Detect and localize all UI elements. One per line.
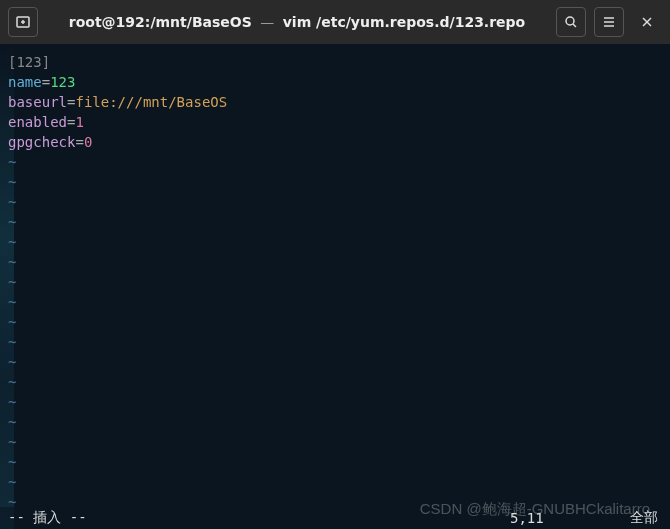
menu-button[interactable] xyxy=(594,7,624,37)
empty-line-marker: ~ xyxy=(8,212,662,232)
empty-line-marker: ~ xyxy=(8,392,662,412)
editor-line: [123] xyxy=(8,52,662,72)
search-button[interactable] xyxy=(556,7,586,37)
editor-line: gpgcheck=0 xyxy=(8,132,662,152)
status-mode: -- 插入 -- xyxy=(8,509,87,527)
empty-line-marker: ~ xyxy=(8,352,662,372)
editor-line: enabled=1 xyxy=(8,112,662,132)
empty-line-marker: ~ xyxy=(8,412,662,432)
empty-line-marker: ~ xyxy=(8,192,662,212)
new-tab-button[interactable] xyxy=(8,7,38,37)
empty-line-marker: ~ xyxy=(8,292,662,312)
window-title: root@192:/mnt/BaseOS — vim /etc/yum.repo… xyxy=(46,14,548,30)
empty-line-marker: ~ xyxy=(8,312,662,332)
empty-line-marker: ~ xyxy=(8,452,662,472)
titlebar: root@192:/mnt/BaseOS — vim /etc/yum.repo… xyxy=(0,0,670,44)
empty-line-marker: ~ xyxy=(8,372,662,392)
editor-area[interactable]: [123] name=123 baseurl=file:///mnt/BaseO… xyxy=(0,44,670,512)
empty-line-marker: ~ xyxy=(8,472,662,492)
status-position: 5,11 xyxy=(510,510,630,526)
empty-line-marker: ~ xyxy=(8,252,662,272)
editor-line: baseurl=file:///mnt/BaseOS xyxy=(8,92,662,112)
status-scroll: 全部 xyxy=(630,509,658,527)
empty-line-marker: ~ xyxy=(8,232,662,252)
vim-statusbar: -- 插入 -- 5,11 全部 xyxy=(0,507,670,529)
empty-line-marker: ~ xyxy=(8,152,662,172)
title-command: vim /etc/yum.repos.d/123.repo xyxy=(283,14,526,30)
title-path: root@192:/mnt/BaseOS xyxy=(69,14,252,30)
empty-line-marker: ~ xyxy=(8,332,662,352)
empty-line-marker: ~ xyxy=(8,272,662,292)
svg-point-3 xyxy=(566,17,574,25)
svg-line-4 xyxy=(573,24,576,27)
empty-line-marker: ~ xyxy=(8,172,662,192)
editor-line: name=123 xyxy=(8,72,662,92)
close-button[interactable] xyxy=(632,7,662,37)
empty-line-marker: ~ xyxy=(8,432,662,452)
